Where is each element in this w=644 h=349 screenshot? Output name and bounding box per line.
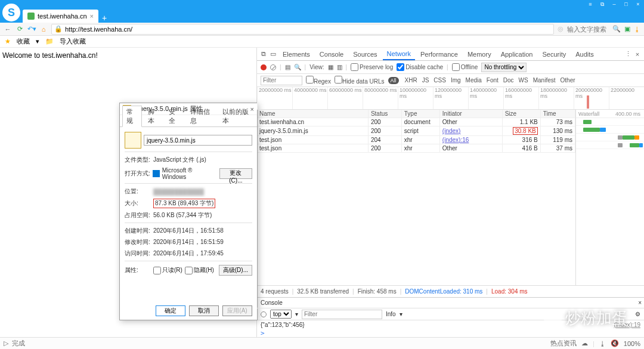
- filter-js[interactable]: JS: [420, 76, 432, 84]
- throttle-select[interactable]: No throttling: [481, 63, 527, 72]
- filter-font[interactable]: Font: [484, 76, 501, 84]
- search-input[interactable]: [567, 26, 609, 33]
- waterfall-header[interactable]: Waterfall: [578, 111, 599, 117]
- filter-manifest[interactable]: Manifest: [531, 76, 558, 84]
- filter-toggle-icon[interactable]: ▤: [285, 64, 290, 70]
- table-row[interactable]: jquery-3.5.0.min.js200script(index)30.8 …: [257, 126, 575, 136]
- col-time[interactable]: Time: [540, 110, 575, 118]
- url-input[interactable]: [65, 26, 551, 33]
- maximize-icon[interactable]: □: [623, 1, 630, 7]
- pin-icon[interactable]: ⧉: [599, 1, 606, 7]
- waterfall-row[interactable]: [576, 134, 644, 141]
- url-box[interactable]: 🔒: [51, 24, 554, 35]
- close-icon[interactable]: ×: [634, 1, 642, 7]
- col-initiator[interactable]: Initiator: [439, 110, 502, 118]
- console-prompt[interactable]: >: [257, 329, 644, 337]
- waterfall-row[interactable]: [576, 141, 644, 149]
- dialog-tab-general[interactable]: 常规: [122, 106, 142, 127]
- magnify-icon[interactable]: 🔍: [612, 25, 621, 33]
- col-size[interactable]: Size: [502, 110, 540, 118]
- bookmark-import[interactable]: 导入收藏: [60, 37, 86, 46]
- browser-tab[interactable]: test.iwenhaha.cn ×: [23, 10, 98, 23]
- preserve-log-checkbox[interactable]: Preserve log: [351, 63, 393, 71]
- console-log-source[interactable]: (index):19: [614, 322, 640, 328]
- filter-xhr[interactable]: XHR: [402, 76, 420, 84]
- table-row[interactable]: test.json204xhr(index):16316 B119 ms: [257, 136, 575, 144]
- dialog-tab-prev[interactable]: 以前的版本: [219, 106, 255, 126]
- download-icon[interactable]: ⭳: [634, 26, 640, 33]
- filter-input[interactable]: [261, 76, 302, 85]
- compass-icon[interactable]: ◎: [558, 25, 564, 33]
- waterfall-row[interactable]: [576, 118, 644, 126]
- console-context-select[interactable]: top: [270, 310, 292, 319]
- col-type[interactable]: Type: [401, 110, 439, 118]
- advanced-button[interactable]: 高级(D)...: [219, 265, 252, 276]
- readonly-checkbox[interactable]: 只读(R): [153, 266, 182, 274]
- cancel-button[interactable]: 取消: [189, 305, 219, 316]
- col-name[interactable]: Name: [257, 110, 368, 118]
- ok-button[interactable]: 确定: [156, 305, 185, 316]
- menu-icon[interactable]: ≡: [587, 1, 594, 7]
- reload-button[interactable]: ⟳: [16, 25, 24, 33]
- console-filter-input[interactable]: [302, 310, 382, 319]
- tab-security[interactable]: Security: [538, 49, 570, 60]
- table-row[interactable]: test.iwenhaha.cn200documentOther1.1 KB73…: [257, 118, 575, 126]
- tab-console[interactable]: Console: [315, 49, 348, 60]
- new-tab-button[interactable]: +: [98, 13, 110, 23]
- filter-img[interactable]: Img: [448, 76, 463, 84]
- view-small-icon[interactable]: ▥: [337, 64, 342, 70]
- home-button[interactable]: ⌂: [39, 25, 48, 33]
- tab-sources[interactable]: Sources: [349, 49, 381, 60]
- tab-close-icon[interactable]: ×: [90, 13, 94, 20]
- tab-elements[interactable]: Elements: [278, 49, 314, 60]
- cloud-icon[interactable]: ☁: [581, 339, 588, 347]
- bookmark-fav[interactable]: 收藏: [17, 37, 30, 46]
- gear-icon[interactable]: ⚙: [635, 311, 640, 317]
- network-timeline[interactable]: 20000000 ms40000000 ms60000000 ms8000000…: [257, 87, 644, 110]
- hide-dataurls-checkbox[interactable]: Hide data URLs: [335, 76, 385, 85]
- console-drawer-tab[interactable]: Console: [261, 299, 283, 306]
- col-status[interactable]: Status: [368, 110, 401, 118]
- record-button[interactable]: [261, 64, 267, 70]
- regex-checkbox[interactable]: Regex: [306, 76, 331, 85]
- mute-icon[interactable]: 🔇: [611, 339, 619, 347]
- dialog-tab-security[interactable]: 安全: [165, 106, 184, 126]
- filter-all[interactable]: All: [388, 77, 399, 84]
- minimize-icon[interactable]: –: [611, 1, 618, 7]
- console-level-label[interactable]: Info: [386, 311, 396, 317]
- tab-performance[interactable]: Performance: [416, 49, 462, 60]
- filter-ws[interactable]: WS: [516, 76, 531, 84]
- console-drawer-close-icon[interactable]: ×: [638, 299, 642, 306]
- search-icon[interactable]: 🔍: [294, 64, 301, 70]
- table-row[interactable]: test.json200xhrOther416 B37 ms: [257, 144, 575, 153]
- dialog-tab-script[interactable]: 脚本: [144, 106, 163, 126]
- tab-memory[interactable]: Memory: [463, 49, 496, 60]
- filter-doc[interactable]: Doc: [501, 76, 516, 84]
- tab-application[interactable]: Application: [497, 49, 537, 60]
- clear-button[interactable]: [270, 64, 276, 70]
- status-hot[interactable]: 热点资讯: [550, 339, 577, 348]
- filter-media[interactable]: Media: [463, 76, 484, 84]
- filter-other[interactable]: Other: [558, 76, 578, 84]
- play-icon[interactable]: ▷: [4, 339, 8, 347]
- tab-audits[interactable]: Audits: [571, 49, 598, 60]
- shield-icon[interactable]: ▣: [624, 25, 630, 33]
- change-app-button[interactable]: 更改(C)...: [219, 168, 252, 179]
- waterfall-row[interactable]: [576, 126, 644, 134]
- back-button[interactable]: ←: [4, 25, 12, 33]
- download-status-icon[interactable]: ⭳: [599, 340, 606, 347]
- inspect-icon[interactable]: ⧉: [259, 50, 268, 58]
- dialog-tab-details[interactable]: 详细信息: [187, 106, 216, 126]
- console-clear-button[interactable]: [261, 311, 267, 317]
- devtools-close-icon[interactable]: ×: [633, 50, 642, 58]
- device-icon[interactable]: ▭: [269, 50, 277, 58]
- hidden-checkbox[interactable]: 隐藏(H): [185, 266, 214, 274]
- devtools-menu-icon[interactable]: ⋮: [624, 50, 632, 58]
- filter-css[interactable]: CSS: [431, 76, 448, 84]
- bookmark-dropdown-icon[interactable]: ▾: [36, 38, 39, 45]
- zoom-label[interactable]: 100%: [624, 340, 640, 347]
- apply-button[interactable]: 应用(A): [222, 305, 252, 316]
- offline-checkbox[interactable]: Offline: [452, 63, 478, 71]
- disable-cache-checkbox[interactable]: Disable cache: [397, 63, 443, 71]
- undo-icon[interactable]: ↶▾: [27, 25, 36, 33]
